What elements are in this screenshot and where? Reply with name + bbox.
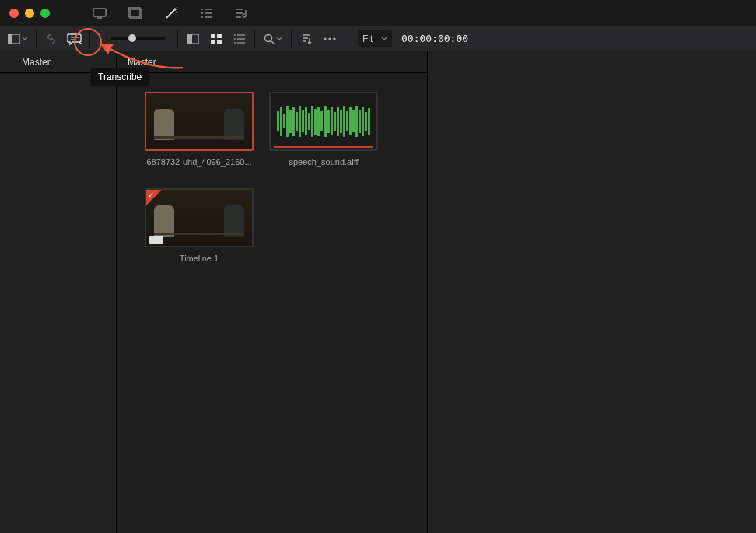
clip-name: speech_sound.aiff	[269, 157, 378, 167]
waveform-icon	[277, 104, 370, 139]
svg-rect-6	[187, 34, 192, 44]
fit-label: Fit	[362, 33, 373, 44]
search-icon	[264, 33, 275, 44]
clip-item[interactable]: speech_sound.aiff	[269, 92, 378, 167]
media-tab-master[interactable]: Master	[117, 51, 427, 73]
bin-sidebar[interactable]: Master	[0, 51, 117, 533]
svg-rect-4	[8, 34, 12, 44]
svg-point-14	[333, 37, 335, 40]
clip-item[interactable]: ✓ Timeline 1	[145, 188, 254, 263]
sort-button[interactable]	[296, 30, 317, 48]
panel-layout-button[interactable]	[5, 30, 31, 48]
svg-rect-7	[211, 34, 215, 38]
thumbnail-view-icon[interactable]	[206, 30, 226, 48]
clip-name: 6878732-uhd_4096_2160...	[145, 157, 254, 167]
link-icon[interactable]	[41, 30, 61, 48]
list-view-icon[interactable]	[229, 30, 250, 48]
viewer-panel[interactable]	[428, 51, 756, 533]
images-icon[interactable]	[126, 4, 145, 23]
timecode-display[interactable]: 00:00:00:00	[401, 33, 468, 44]
timeline-thumbnail[interactable]: ✓	[145, 188, 254, 247]
svg-point-12	[324, 37, 326, 40]
svg-rect-10	[217, 40, 222, 44]
chevron-down-icon	[22, 37, 28, 41]
search-button[interactable]	[260, 30, 286, 48]
check-icon: ✓	[148, 191, 154, 199]
svg-point-11	[265, 34, 272, 41]
metadata-view-icon[interactable]	[183, 30, 203, 48]
music-list-icon[interactable]	[233, 4, 252, 23]
svg-rect-9	[211, 40, 215, 44]
window-traffic-lights[interactable]	[9, 9, 50, 18]
media-pool[interactable]: Master 6878732-uhd_4096_2160... speech_s…	[117, 51, 428, 533]
transcribe-button[interactable]	[65, 30, 85, 48]
minimize-icon[interactable]	[25, 9, 34, 18]
transcribe-tooltip: Transcribe	[91, 68, 149, 86]
thumbnail-size-slider[interactable]	[110, 37, 173, 40]
chevron-down-icon	[381, 37, 387, 41]
zoom-fit-dropdown[interactable]: Fit	[358, 30, 392, 47]
clip-item[interactable]: 6878732-uhd_4096_2160...	[145, 92, 254, 167]
audio-thumbnail[interactable]	[269, 92, 378, 151]
monitor-icon[interactable]	[90, 4, 109, 23]
more-options-button[interactable]	[320, 30, 340, 48]
svg-point-13	[328, 37, 331, 40]
close-icon[interactable]	[9, 9, 19, 18]
clip-name: Timeline 1	[145, 254, 254, 263]
magic-wand-icon[interactable]	[162, 4, 180, 23]
list-icon[interactable]	[198, 4, 216, 23]
maximize-icon[interactable]	[40, 9, 50, 18]
chevron-down-icon	[276, 37, 282, 41]
filmstrip-icon	[149, 236, 163, 244]
svg-rect-8	[217, 34, 222, 38]
video-thumbnail[interactable]	[145, 92, 254, 151]
svg-rect-0	[93, 9, 106, 16]
